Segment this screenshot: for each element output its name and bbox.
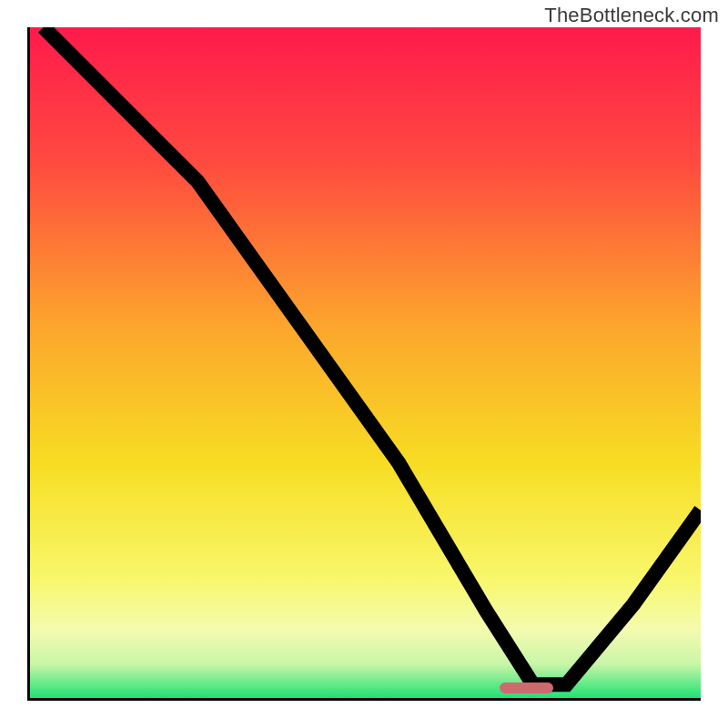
chart-target-marker: [500, 682, 553, 693]
watermark-text: TheBottleneck.com: [544, 4, 719, 27]
chart-series-curve: [30, 27, 701, 698]
chart-plot-area: [27, 27, 701, 701]
